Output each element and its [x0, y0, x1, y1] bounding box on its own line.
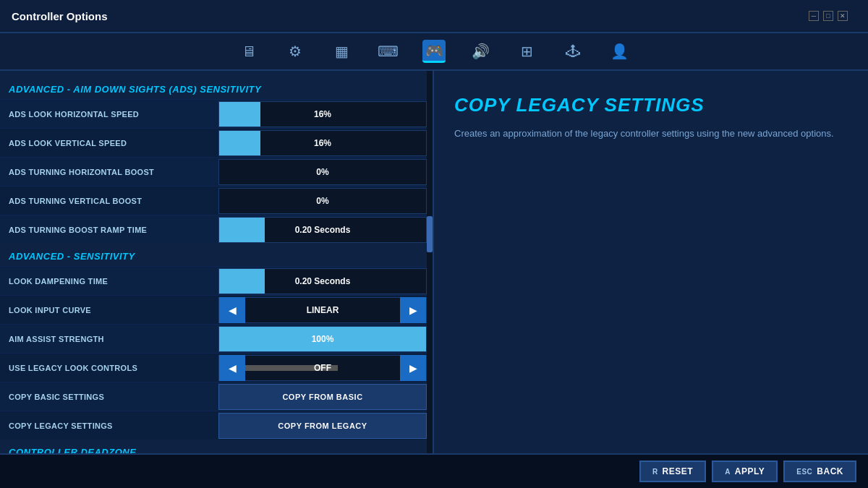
section-sensitivity-header: ADVANCED - SENSITIVITY — [0, 244, 433, 266]
right-panel-title: COPY LEGACY SETTINGS — [454, 94, 848, 116]
right-panel: COPY LEGACY SETTINGS Creates an approxim… — [433, 71, 868, 453]
control-look-curve[interactable]: ◀ LINEAR ▶ — [218, 297, 427, 323]
value-look-damp: 0.20 Seconds — [219, 276, 426, 286]
row-copy-basic: COPY BASIC SETTINGS COPY FROM BASIC — [0, 382, 433, 411]
window-title: Controller Options — [12, 10, 108, 22]
slider-ads-ramp[interactable]: 0.20 Seconds — [218, 217, 427, 243]
back-button[interactable]: ESC BACK — [783, 461, 856, 482]
arrow-right-legacy[interactable]: ▶ — [400, 355, 426, 381]
nav-account[interactable]: 👤 — [608, 40, 631, 63]
row-look-curve: LOOK INPUT CURVE ◀ LINEAR ▶ — [0, 295, 433, 324]
value-legacy-look: OFF — [314, 363, 331, 373]
bar-aim-assist[interactable]: 100% — [218, 326, 427, 352]
slider-ads-turn-h[interactable]: 0% — [218, 159, 427, 185]
control-aim-assist[interactable]: 100% — [218, 326, 427, 352]
close-button[interactable]: ✕ — [838, 11, 848, 21]
label-look-curve: LOOK INPUT CURVE — [9, 300, 218, 320]
row-ads-look-v: ADS LOOK VERTICAL SPEED 16% — [0, 128, 433, 157]
slider-ads-look-h[interactable]: 16% — [218, 101, 427, 127]
nav-keyboard[interactable]: ⌨ — [376, 40, 399, 63]
nav-gamepad[interactable]: 🕹 — [561, 40, 584, 63]
label-ads-ramp: ADS TURNING BOOST RAMP TIME — [9, 220, 218, 240]
row-ads-turn-h: ADS TURNING HORIZONTAL BOOST 0% — [0, 157, 433, 186]
arrow-look-curve[interactable]: ◀ LINEAR ▶ — [218, 297, 427, 323]
nav-bar: 🖥 ⚙ ▦ ⌨ 🎮 🔊 ⊞ 🕹 👤 — [0, 33, 868, 71]
value-look-curve: LINEAR — [245, 305, 400, 315]
control-ads-look-v[interactable]: 16% — [218, 130, 427, 156]
back-label: BACK — [817, 466, 843, 476]
control-ads-look-h[interactable]: 16% — [218, 101, 427, 127]
row-aim-assist: AIM ASSIST STRENGTH 100% — [0, 324, 433, 353]
row-ads-look-h: ADS LOOK HORIZONTAL SPEED 16% — [0, 99, 433, 128]
nav-display[interactable]: ▦ — [330, 40, 353, 63]
scroll-thumb[interactable] — [427, 216, 433, 252]
nav-controller[interactable]: 🎮 — [422, 40, 446, 63]
arrow-left-look-curve[interactable]: ◀ — [219, 297, 245, 323]
main-content: ADVANCED - AIM DOWN SIGHTS (ADS) SENSITI… — [0, 71, 868, 453]
label-legacy-look: USE LEGACY LOOK CONTROLS — [9, 358, 218, 378]
left-panel: ADVANCED - AIM DOWN SIGHTS (ADS) SENSITI… — [0, 71, 433, 453]
window-controls: ─ □ ✕ — [809, 11, 848, 21]
slider-ads-look-v[interactable]: 16% — [218, 130, 427, 156]
section-deadzone-header: CONTROLLER DEADZONE — [0, 440, 433, 453]
control-copy-legacy[interactable]: COPY FROM LEGACY — [218, 413, 427, 439]
control-ads-turn-v[interactable]: 0% — [218, 188, 427, 214]
title-bar: Controller Options ─ □ ✕ — [0, 0, 868, 33]
button-copy-basic[interactable]: COPY FROM BASIC — [218, 384, 427, 410]
label-ads-look-h: ADS LOOK HORIZONTAL SPEED — [9, 104, 218, 124]
value-ads-turn-v: 0% — [219, 196, 426, 206]
label-copy-legacy: COPY LEGACY SETTINGS — [9, 416, 218, 436]
apply-button[interactable]: A APPLY — [712, 461, 778, 482]
maximize-button[interactable]: □ — [823, 11, 833, 21]
settings-list: ADVANCED - AIM DOWN SIGHTS (ADS) SENSITI… — [0, 71, 433, 453]
nav-settings[interactable]: ⚙ — [284, 40, 307, 63]
reset-label: RESET — [663, 466, 694, 476]
off-value-area: OFF — [245, 355, 400, 381]
button-copy-legacy[interactable]: COPY FROM LEGACY — [218, 413, 427, 439]
row-copy-legacy: COPY LEGACY SETTINGS COPY FROM LEGACY — [0, 411, 433, 440]
control-look-damp[interactable]: 0.20 Seconds — [218, 268, 427, 294]
scroll-track[interactable] — [427, 71, 433, 453]
right-panel-description: Creates an approximation of the legacy c… — [454, 127, 848, 141]
label-ads-turn-h: ADS TURNING HORIZONTAL BOOST — [9, 162, 218, 182]
bottom-bar: R RESET A APPLY ESC BACK — [0, 453, 868, 488]
label-ads-look-v: ADS LOOK VERTICAL SPEED — [9, 133, 218, 153]
back-key: ESC — [796, 468, 812, 476]
arrow-left-legacy[interactable]: ◀ — [219, 355, 245, 381]
arrow-right-look-curve[interactable]: ▶ — [400, 297, 426, 323]
control-legacy-look[interactable]: ◀ OFF ▶ — [218, 355, 427, 381]
nav-monitor[interactable]: 🖥 — [237, 40, 260, 63]
apply-label: APPLY — [735, 466, 765, 476]
value-ads-look-h: 16% — [219, 109, 426, 119]
slider-ads-turn-v[interactable]: 0% — [218, 188, 427, 214]
section-ads-header: ADVANCED - AIM DOWN SIGHTS (ADS) SENSITI… — [0, 77, 433, 99]
apply-key: A — [725, 468, 731, 476]
nav-network[interactable]: ⊞ — [515, 40, 538, 63]
control-copy-basic[interactable]: COPY FROM BASIC — [218, 384, 427, 410]
label-aim-assist: AIM ASSIST STRENGTH — [9, 329, 218, 349]
value-ads-ramp: 0.20 Seconds — [219, 225, 426, 235]
label-ads-turn-v: ADS TURNING VERTICAL BOOST — [9, 191, 218, 211]
label-copy-basic: COPY BASIC SETTINGS — [9, 387, 218, 407]
row-ads-turn-v: ADS TURNING VERTICAL BOOST 0% — [0, 186, 433, 215]
value-ads-look-v: 16% — [219, 138, 426, 148]
minimize-button[interactable]: ─ — [809, 11, 819, 21]
control-ads-ramp[interactable]: 0.20 Seconds — [218, 217, 427, 243]
row-legacy-look: USE LEGACY LOOK CONTROLS ◀ OFF ▶ — [0, 353, 433, 382]
reset-button[interactable]: R RESET — [639, 461, 706, 482]
control-ads-turn-h[interactable]: 0% — [218, 159, 427, 185]
value-ads-turn-h: 0% — [219, 167, 426, 177]
slider-look-damp[interactable]: 0.20 Seconds — [218, 268, 427, 294]
toggle-legacy-look[interactable]: ◀ OFF ▶ — [218, 355, 427, 381]
nav-audio[interactable]: 🔊 — [469, 40, 492, 63]
row-look-damp: LOOK DAMPENING TIME 0.20 Seconds — [0, 266, 433, 295]
row-ads-ramp: ADS TURNING BOOST RAMP TIME 0.20 Seconds — [0, 215, 433, 244]
reset-key: R — [652, 468, 658, 476]
label-look-damp: LOOK DAMPENING TIME — [9, 271, 218, 291]
